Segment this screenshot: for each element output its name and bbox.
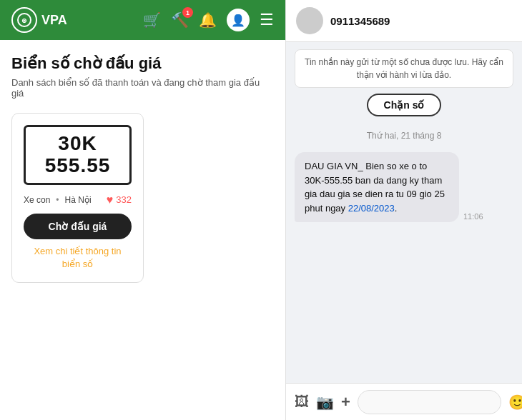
logo-text: VPA [41, 13, 67, 28]
plate-display: 30K 555.55 [24, 125, 132, 185]
auction-icon[interactable]: 🔨 1 [171, 11, 189, 29]
page-title: Biển số chờ đấu giá [11, 54, 274, 73]
warning-container: Tin nhắn này gửi từ một số chưa được lưu… [295, 49, 513, 119]
vehicle-type: Xe con [24, 195, 50, 205]
navbar: ⊛ VPA 🛒 🔨 1 🔔 👤 ☰ [0, 0, 285, 40]
bell-icon[interactable]: 🔔 [199, 11, 217, 29]
cart-icon[interactable]: 🛒 [143, 11, 161, 29]
plate-location: Hà Nội [65, 195, 92, 205]
heart-icon[interactable]: ♥ [107, 194, 114, 206]
chat-phone: 0911345689 [330, 15, 390, 27]
like-section: ♥ 332 [107, 194, 132, 206]
plate-bottom: 555.55 [34, 155, 121, 177]
navbar-icons: 🛒 🔨 1 🔔 👤 ☰ [143, 9, 274, 31]
badge: 1 [182, 7, 193, 18]
warning-banner: Tin nhắn này gửi từ một số chưa được lưu… [295, 49, 513, 88]
date-separator: Thứ hai, 21 tháng 8 [295, 131, 513, 141]
svg-text:⊛: ⊛ [21, 17, 27, 24]
like-count: 332 [116, 194, 132, 205]
left-panel: ⊛ VPA 🛒 🔨 1 🔔 👤 ☰ Biển số chờ đấu giá [0, 0, 286, 420]
chat-input[interactable] [358, 390, 501, 414]
warning-text: Tin nhắn này gửi từ một số chưa được lưu… [305, 57, 503, 80]
plate-top: 30K [34, 133, 121, 155]
plate-meta: Xe con • Hà Nội ♥ 332 [24, 194, 132, 206]
chat-input-bar: 🖼 📷 + 🙂 🎤 [286, 383, 522, 420]
chat-messages: Tin nhắn này gửi từ một số chưa được lưu… [286, 42, 522, 383]
detail-link[interactable]: Xem chi tiết thông tin biển số [24, 245, 132, 271]
chan-so-row: Chặn số [367, 94, 442, 116]
camera-icon[interactable]: 📷 [316, 394, 334, 411]
plus-icon[interactable]: + [341, 393, 350, 411]
sms-link[interactable]: 22/08/2023 [348, 203, 395, 214]
logo: ⊛ VPA [11, 7, 67, 33]
wait-auction-button[interactable]: Chờ đấu giá [24, 214, 132, 239]
user-avatar-nav[interactable]: 👤 [227, 9, 250, 31]
chat-header: 0911345689 [286, 0, 522, 42]
chat-avatar [296, 7, 323, 34]
sms-bubble: DAU GIA VN_ Bien so xe o to 30K-555.55 b… [295, 152, 459, 222]
dot-separator: • [56, 195, 59, 205]
menu-icon[interactable]: ☰ [260, 11, 274, 29]
block-number-button[interactable]: Chặn số [367, 94, 442, 116]
sms-row: DAU GIA VN_ Bien so xe o to 30K-555.55 b… [295, 152, 513, 222]
sms-time: 11:06 [463, 212, 483, 221]
main-content: Biển số chờ đấu giá Danh sách biển số đã… [0, 40, 285, 420]
sms-text: DAU GIA VN_ Bien so xe o to 30K-555.55 b… [305, 161, 445, 214]
logo-icon: ⊛ [11, 7, 37, 33]
photo-icon[interactable]: 🖼 [295, 394, 309, 410]
emoji-icon[interactable]: 🙂 [508, 394, 522, 411]
plate-card: 30K 555.55 Xe con • Hà Nội ♥ 332 Chờ đấu… [11, 113, 144, 283]
page-subtitle: Danh sách biển số đã thanh toán và đang … [11, 77, 274, 99]
right-panel: 0911345689 Tin nhắn này gửi từ một số ch… [286, 0, 522, 420]
